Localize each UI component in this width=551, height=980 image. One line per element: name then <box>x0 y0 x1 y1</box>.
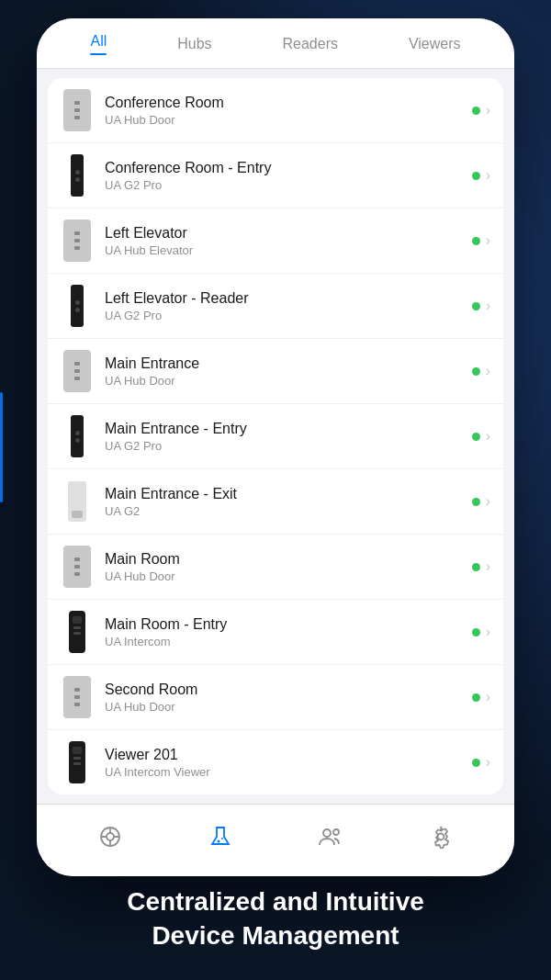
item-subtitle: UA Hub Door <box>105 374 472 388</box>
intercom-icon <box>69 741 85 783</box>
item-subtitle: UA G2 Pro <box>105 309 472 322</box>
item-status: › <box>472 102 490 118</box>
list-item[interactable]: Conference Room UA Hub Door › <box>48 78 503 143</box>
chevron-right-icon: › <box>486 232 490 249</box>
chevron-right-icon: › <box>486 493 490 510</box>
tab-viewers[interactable]: Viewers <box>401 32 468 56</box>
item-status: › <box>472 167 490 184</box>
item-text: Conference Room UA Hub Door <box>105 94 472 128</box>
online-indicator <box>472 433 480 441</box>
tab-bar: All Hubs Readers Viewers <box>37 18 514 69</box>
reader-icon <box>71 154 84 197</box>
online-indicator <box>472 107 480 115</box>
list-item[interactable]: Main Entrance UA Hub Door › <box>48 339 503 404</box>
online-indicator <box>472 693 480 702</box>
online-indicator <box>472 628 480 636</box>
chevron-right-icon: › <box>486 558 490 575</box>
tab-indicator <box>90 53 107 55</box>
list-item[interactable]: Left Elevator - Reader UA G2 Pro › <box>48 274 503 339</box>
hub-door-icon <box>63 220 91 262</box>
phone-frame: All Hubs Readers Viewers Conference Room… <box>37 18 514 876</box>
item-subtitle: UA Hub Door <box>105 113 472 127</box>
hub-door-icon <box>63 350 91 392</box>
intercom-icon <box>69 611 85 653</box>
decorative-line <box>0 392 3 502</box>
list-item[interactable]: Main Room UA Hub Door › <box>48 535 503 600</box>
users-icon <box>317 823 344 850</box>
svg-point-10 <box>333 829 339 835</box>
item-text: Main Entrance - Entry UA G2 Pro <box>105 420 472 454</box>
item-subtitle: UA Intercom <box>105 635 472 648</box>
svg-point-7 <box>218 840 220 843</box>
device-icon-container <box>61 87 94 133</box>
device-icon-container <box>61 152 94 198</box>
device-icon-container <box>61 413 94 459</box>
list-item[interactable]: Conference Room - Entry UA G2 Pro › <box>48 143 503 208</box>
item-title: Left Elevator - Reader <box>105 289 472 309</box>
online-indicator <box>472 302 480 310</box>
item-text: Main Entrance - Exit UA G2 <box>105 485 472 519</box>
list-item[interactable]: Viewer 201 UA Intercom Viewer › <box>48 730 503 794</box>
chevron-right-icon: › <box>486 624 490 640</box>
list-item[interactable]: Second Room UA Hub Door › <box>48 665 503 730</box>
nav-users[interactable] <box>306 819 355 854</box>
item-title: Main Room - Entry <box>105 615 472 635</box>
online-indicator <box>472 172 480 180</box>
item-subtitle: UA G2 <box>105 504 472 518</box>
item-subtitle: UA Hub Door <box>105 569 472 583</box>
device-icon-container <box>61 283 94 329</box>
online-indicator <box>472 498 480 506</box>
item-status: › <box>472 624 490 640</box>
device-icon-container <box>61 218 94 264</box>
nav-devices[interactable] <box>85 819 135 854</box>
list-item[interactable]: Left Elevator UA Hub Elevator › <box>48 208 503 274</box>
tab-all[interactable]: All <box>83 29 114 59</box>
item-text: Main Room - Entry UA Intercom <box>105 615 472 649</box>
tab-hubs[interactable]: Hubs <box>170 32 219 56</box>
chevron-right-icon: › <box>486 754 490 771</box>
tab-readers[interactable]: Readers <box>275 32 344 56</box>
online-indicator <box>472 563 480 571</box>
list-item[interactable]: Main Entrance - Exit UA G2 › <box>48 469 503 535</box>
item-status: › <box>472 363 490 379</box>
nav-settings[interactable] <box>416 819 466 854</box>
item-status: › <box>472 689 490 705</box>
item-text: Conference Room - Entry UA G2 Pro <box>105 159 472 193</box>
device-icon-container <box>61 739 94 785</box>
item-title: Main Room <box>105 550 472 569</box>
device-icon-container <box>61 479 94 524</box>
item-subtitle: UA Intercom Viewer <box>105 765 472 779</box>
chevron-right-icon: › <box>486 689 490 705</box>
settings-icon <box>427 823 455 850</box>
item-title: Conference Room <box>105 94 472 113</box>
bottom-navigation <box>37 804 514 876</box>
chevron-right-icon: › <box>486 102 490 118</box>
footer-line2: Device Management <box>0 919 551 952</box>
reader-icon <box>71 285 84 327</box>
item-title: Viewer 201 <box>105 746 472 765</box>
item-text: Viewer 201 UA Intercom Viewer <box>105 746 472 780</box>
footer-line1: Centralized and Intuitive <box>0 885 551 918</box>
item-subtitle: UA G2 Pro <box>105 439 472 453</box>
svg-point-1 <box>107 833 114 840</box>
item-title: Left Elevator <box>105 224 472 243</box>
chevron-right-icon: › <box>486 363 490 379</box>
device-icon-container <box>61 348 94 394</box>
list-item[interactable]: Main Room - Entry UA Intercom › <box>48 600 503 665</box>
footer-caption: Centralized and Intuitive Device Managem… <box>0 885 551 952</box>
nav-labs[interactable] <box>196 819 245 854</box>
item-status: › <box>472 558 490 575</box>
list-item[interactable]: Main Entrance - Entry UA G2 Pro › <box>48 404 503 469</box>
svg-point-9 <box>323 829 331 837</box>
item-text: Main Entrance UA Hub Door <box>105 355 472 389</box>
online-indicator <box>472 759 480 767</box>
labs-icon <box>207 823 234 850</box>
reader-icon <box>71 415 84 457</box>
hub-door-icon <box>63 676 91 718</box>
item-status: › <box>472 298 490 314</box>
item-text: Main Room UA Hub Door <box>105 550 472 584</box>
item-status: › <box>472 493 490 510</box>
chevron-right-icon: › <box>486 298 490 314</box>
device-icon-container <box>61 674 94 720</box>
item-title: Main Entrance - Entry <box>105 420 472 439</box>
